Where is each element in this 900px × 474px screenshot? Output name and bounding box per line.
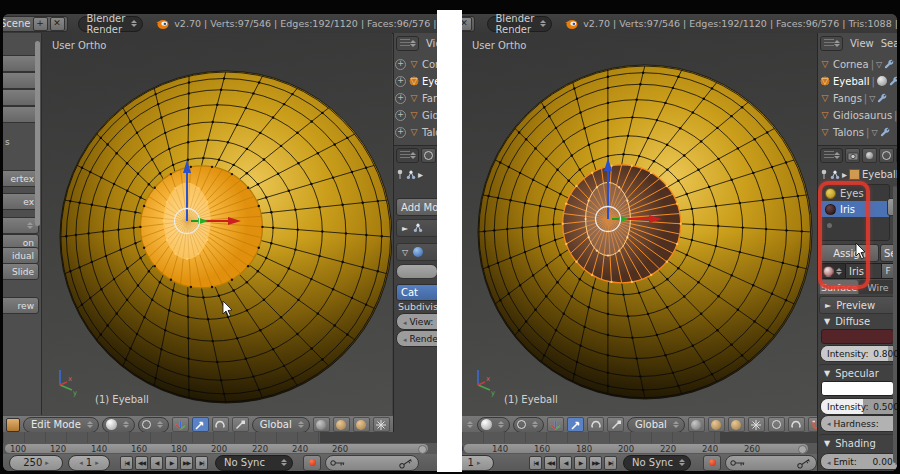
specular-color-swatch[interactable]	[821, 381, 894, 396]
next-keyframe-button[interactable]: ▶▶	[589, 456, 602, 470]
viewport-shading-dropdown[interactable]	[477, 417, 510, 433]
tool-button[interactable]	[3, 106, 39, 123]
diffuse-panel-header[interactable]: ▼ Diffuse	[819, 313, 897, 329]
translate-manipulator-icon[interactable]	[567, 417, 584, 432]
expand-icon[interactable]: +	[395, 127, 406, 138]
outliner-item-eyeball[interactable]: ▽ Eyeball |	[819, 73, 897, 89]
hardness-slider[interactable]: ◂Hardness:	[820, 415, 897, 432]
wrench-icon[interactable]	[877, 93, 887, 103]
specular-panel-header[interactable]: ▼ Specular	[819, 364, 897, 381]
pivot-point-dropdown[interactable]	[138, 417, 169, 433]
sync-mode-dropdown[interactable]: No Sync	[623, 455, 691, 471]
play-reverse-button[interactable]: ◀	[150, 456, 163, 470]
timeline-scrub-area[interactable]	[462, 432, 817, 443]
expand-icon[interactable]: +	[395, 59, 406, 70]
expand-icon[interactable]: +	[395, 93, 406, 104]
scene-datablock-field[interactable]: Scene + ✕	[3, 16, 68, 32]
properties-scrollbar[interactable]	[893, 186, 897, 463]
emit-slider[interactable]: ◂ Emit: 0.00 ▸	[820, 453, 897, 470]
auto-keyframe-button[interactable]	[703, 455, 721, 471]
scrollbar-endcap[interactable]	[798, 445, 807, 454]
outliner-item-eyeball[interactable]: + ▽ Eyeball	[395, 73, 437, 89]
render-engine-dropdown[interactable]: Blender Render	[487, 16, 553, 32]
layer-icon[interactable]	[708, 417, 725, 432]
timeline-scrollbar[interactable]: 100 120 140 160 180 200 220 240 260	[3, 443, 437, 454]
outliner-item-fangs[interactable]: + ▽ Fangs	[395, 90, 437, 106]
scrollbar-endcap[interactable]	[418, 445, 427, 454]
diffuse-color-swatch[interactable]	[821, 329, 894, 344]
outliner-search-menu[interactable]: Search	[881, 38, 897, 49]
viewport-3d[interactable]: y x User Ortho (1) Eyeball	[42, 33, 392, 415]
layer-icon[interactable]	[313, 417, 330, 432]
properties-tab-object-icon[interactable]	[896, 148, 897, 163]
timeline-scrub-area[interactable]	[3, 432, 437, 443]
scene-datablock-field[interactable]: Scene + ✕	[462, 16, 475, 32]
editor-type-icon[interactable]	[396, 148, 419, 163]
jump-end-button[interactable]: ▶|	[195, 456, 208, 470]
expand-icon[interactable]: +	[395, 110, 406, 121]
scale-manipulator-icon[interactable]	[232, 417, 249, 432]
catmull-clark-toggle[interactable]: Cat	[396, 284, 437, 301]
pivot-point-dropdown[interactable]	[513, 417, 544, 433]
outliner-item-fangs[interactable]: ▽ Fangs |▽	[819, 90, 897, 106]
specular-intensity-slider[interactable]: Intensity: 0.500	[820, 398, 897, 415]
restrict-view-icon[interactable]: ▽	[876, 60, 882, 69]
starburst-icon[interactable]	[748, 417, 765, 432]
expand-icon[interactable]: +	[395, 76, 406, 87]
tool-button-screw[interactable]: rew	[3, 297, 39, 314]
transform-orientation-dropdown[interactable]: Global	[627, 417, 685, 433]
mode-dropdown[interactable]: Edit Mode	[23, 417, 99, 433]
translate-manipulator-icon[interactable]	[192, 417, 209, 432]
properties-tab-render-icon[interactable]	[421, 148, 436, 163]
outliner-item-talons[interactable]: + ▽ Talons	[395, 124, 437, 140]
pin-icon[interactable]	[820, 169, 828, 180]
wrench-icon[interactable]	[889, 76, 897, 86]
auto-keyframe-button[interactable]	[303, 455, 321, 471]
subdiv-view-slider[interactable]: ◂ View:	[396, 313, 437, 330]
jump-end-button[interactable]: ▶|	[604, 456, 617, 470]
outliner-item-cornea[interactable]: + ▽ Cornea	[395, 56, 437, 72]
scale-manipulator-icon[interactable]	[607, 417, 624, 432]
keying-set-field[interactable]	[725, 455, 817, 471]
circle-select-icon[interactable]	[768, 417, 785, 432]
manipulator-axes-icon[interactable]	[172, 417, 189, 432]
current-frame-field[interactable]: ◂1▸	[68, 455, 110, 471]
tool-button[interactable]: ex	[3, 193, 39, 210]
render-engine-dropdown[interactable]: Blender Render	[78, 16, 144, 32]
tool-button[interactable]	[3, 89, 39, 106]
material-preview-icon[interactable]	[877, 76, 887, 86]
tool-button-edge-slide[interactable]: Slide	[3, 263, 39, 280]
subdiv-render-slider[interactable]: ◂ Render	[396, 330, 437, 347]
delete-scene-button[interactable]: ✕	[50, 17, 65, 31]
properties-tab-world-icon[interactable]	[879, 148, 894, 163]
editor-type-icon[interactable]	[820, 148, 843, 163]
outliner-item-gidiosaurus[interactable]: ▽ Gidiosaurus |▽	[819, 107, 897, 123]
tool-button[interactable]: idual	[3, 247, 39, 264]
editor-type-icon[interactable]	[396, 36, 419, 51]
timeline-scrollbar[interactable]: 20 140 160 180 200 220 240 260	[462, 443, 817, 454]
preview-panel-header[interactable]: ► Preview	[819, 296, 897, 314]
properties-tab-scene-icon[interactable]	[862, 148, 877, 163]
jump-start-button[interactable]: |◀	[120, 456, 133, 470]
tool-button-vertex[interactable]: ertex	[3, 170, 39, 187]
properties-tab-render-icon[interactable]	[845, 148, 860, 163]
play-button[interactable]: ▶	[574, 456, 587, 470]
layer-icon[interactable]	[688, 417, 705, 432]
keying-set-field[interactable]	[325, 455, 419, 471]
proportional-edit-icon[interactable]	[788, 417, 805, 432]
tool-button[interactable]	[3, 55, 39, 72]
wrench-icon[interactable]	[880, 127, 890, 137]
modifier-apply-button[interactable]	[396, 264, 437, 279]
diffuse-intensity-slider[interactable]: Intensity: 0.800	[820, 345, 897, 362]
outliner-item-talons[interactable]: ▽ Talons |▽	[819, 124, 897, 140]
add-scene-button[interactable]: +	[33, 17, 48, 31]
prev-keyframe-button[interactable]: ◀◀	[135, 456, 148, 470]
starburst-icon[interactable]	[373, 417, 390, 432]
tool-dropdown[interactable]	[3, 217, 39, 234]
sync-mode-dropdown[interactable]: No Sync	[215, 455, 293, 471]
play-reverse-button[interactable]: ◀	[559, 456, 572, 470]
viewport-3d[interactable]: y x User Ortho (1) Eyeball	[462, 33, 817, 415]
layer-icon[interactable]	[353, 417, 370, 432]
tool-button[interactable]	[3, 72, 39, 89]
rotate-manipulator-icon[interactable]	[587, 417, 604, 432]
